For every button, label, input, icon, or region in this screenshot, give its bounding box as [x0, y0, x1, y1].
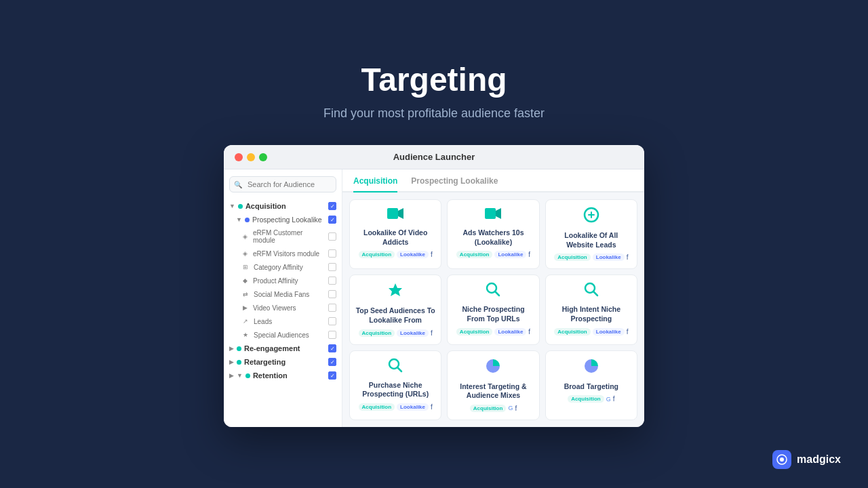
search-icon	[486, 282, 500, 301]
card-title: Niche Prospecting From Top URLs	[453, 305, 533, 323]
video-icon	[387, 207, 403, 224]
tag-lookalike: Lookalike	[494, 251, 526, 258]
card-title: Top Seed Audiences To Lookalike From	[355, 306, 435, 325]
sidebar-item-prospecting-lookalike[interactable]: ▼ Prospecting Lookalike ✓	[224, 213, 342, 226]
card-lookalike-video[interactable]: Lookalike Of Video Addicts Acquisition L…	[349, 199, 441, 269]
sidebar-item-erfm-customer[interactable]: ◈ eRFM Customer module	[224, 226, 342, 247]
card-title: Interest Targeting & Audience Mixes	[453, 382, 533, 401]
sidebar-item-special-audiences[interactable]: ★ Special Audiences	[224, 328, 342, 342]
tag-acquisition: Acquisition	[554, 253, 591, 261]
tag-acquisition: Acquisition	[359, 329, 395, 337]
svg-rect-2	[485, 208, 496, 219]
checkbox[interactable]	[328, 331, 336, 339]
app-window: Audience Launcher 🔍 ▼ Acquisition ✓ ▼ Pr…	[224, 145, 644, 427]
dot-icon	[245, 218, 250, 222]
tag-acquisition: Acquisition	[470, 405, 507, 412]
card-tags: Acquisition Lookalike f	[359, 403, 433, 411]
madgicx-wordmark: madgicx	[797, 453, 841, 466]
checkbox[interactable]: ✓	[328, 344, 336, 352]
category-icon: ⊞	[243, 264, 248, 270]
sidebar-item-erfm-visitors[interactable]: ◈ eRFM Visitors module	[224, 247, 342, 260]
sidebar-item-leads[interactable]: ↗ Leads	[224, 314, 342, 328]
sidebar-label: Product Affinity	[250, 277, 326, 285]
sidebar-label: Re-engagement	[244, 344, 326, 352]
checkbox[interactable]	[328, 232, 336, 241]
video-icon: ▶	[243, 304, 248, 311]
close-button[interactable]	[235, 153, 243, 161]
tab-prospecting-lookalike[interactable]: Prospecting Lookalike	[411, 176, 498, 191]
tab-acquisition[interactable]: Acquisition	[353, 176, 397, 192]
card-lookalike-leads[interactable]: Lookalike Of All Website Leads Acquisiti…	[545, 199, 637, 269]
page-title: Targeting	[361, 61, 507, 98]
card-title: High Intent Niche Prospecting	[551, 305, 631, 323]
window-title: Audience Launcher	[393, 152, 475, 162]
sidebar-item-retention[interactable]: ▶ ▼ Retention ✓	[224, 369, 342, 382]
minimize-button[interactable]	[247, 153, 255, 161]
sidebar-label: eRFM Visitors module	[250, 250, 326, 258]
checkbox[interactable]	[328, 317, 336, 325]
card-tags: Acquisition Lookalike f	[456, 328, 530, 336]
dot-icon	[237, 346, 241, 351]
checkbox[interactable]	[328, 304, 336, 312]
dot-icon	[238, 204, 243, 209]
checkbox-prospecting[interactable]: ✓	[328, 216, 336, 224]
tag-acquisition: Acquisition	[456, 251, 493, 258]
card-purchase-niche[interactable]: Purchase Niche Prospecting (URLs) Acquis…	[349, 350, 441, 420]
svg-line-9	[593, 291, 597, 296]
sidebar-item-acquisition[interactable]: ▼ Acquisition ✓	[224, 199, 342, 213]
search-icon	[584, 282, 599, 301]
star-icon	[387, 282, 403, 302]
maximize-button[interactable]	[259, 153, 267, 161]
sidebar-item-retargeting[interactable]: ▶ Retargeting ✓	[224, 355, 342, 369]
card-title: Lookalike Of Video Addicts	[355, 228, 435, 247]
cards-grid: Lookalike Of Video Addicts Acquisition L…	[342, 192, 644, 427]
dot-icon	[237, 360, 241, 365]
search-input[interactable]	[229, 176, 336, 192]
checkbox[interactable]: ✓	[328, 358, 336, 366]
card-interest-targeting[interactable]: Interest Targeting & Audience Mixes Acqu…	[447, 350, 539, 420]
card-broad-targeting[interactable]: Broad Targeting Acquisition G f	[545, 350, 637, 420]
tag-acquisition: Acquisition	[456, 328, 493, 336]
sidebar-item-video-viewers[interactable]: ▶ Video Viewers	[224, 301, 342, 314]
checkbox[interactable]	[328, 263, 336, 271]
card-ads-watchers[interactable]: Ads Watchers 10s (Lookalike) Acquisition…	[447, 199, 539, 269]
card-top-seed[interactable]: Top Seed Audiences To Lookalike From Acq…	[349, 274, 441, 344]
sidebar: 🔍 ▼ Acquisition ✓ ▼ Prospecting Lookalik…	[224, 169, 342, 427]
product-icon: ◆	[243, 277, 248, 284]
chevron-right-icon: ▶	[229, 345, 234, 352]
leads-icon: ↗	[243, 318, 248, 325]
window-body: 🔍 ▼ Acquisition ✓ ▼ Prospecting Lookalik…	[224, 169, 644, 427]
svg-line-7	[495, 291, 499, 296]
sidebar-label: Video Viewers	[250, 304, 326, 312]
card-title: Purchase Niche Prospecting (URLs)	[355, 381, 435, 399]
sidebar-label: Retargeting	[244, 358, 326, 366]
sidebar-item-social-media-fans[interactable]: ⇄ Social Media Fans	[224, 287, 342, 301]
card-tags: Acquisition Lookalike f	[456, 251, 530, 258]
facebook-icon: f	[528, 328, 530, 336]
svg-rect-0	[387, 208, 398, 219]
card-high-intent[interactable]: High Intent Niche Prospecting Acquisitio…	[545, 274, 637, 344]
tabs-bar: Acquisition Prospecting Lookalike	[342, 169, 644, 192]
checkbox[interactable]	[328, 290, 336, 298]
main-content: Acquisition Prospecting Lookalike Lookal…	[342, 169, 644, 427]
checkbox[interactable]: ✓	[328, 371, 336, 380]
sidebar-label: eRFM Customer module	[250, 229, 326, 244]
checkbox[interactable]	[328, 249, 336, 258]
facebook-icon: f	[627, 253, 629, 261]
sidebar-item-category-affinity[interactable]: ⊞ Category Affinity	[224, 260, 342, 274]
card-niche-urls[interactable]: Niche Prospecting From Top URLs Acquisit…	[447, 274, 539, 344]
sidebar-item-product-affinity[interactable]: ◆ Product Affinity	[224, 274, 342, 287]
google-icon: G	[606, 396, 611, 403]
pie-chart-icon	[485, 358, 501, 378]
sidebar-label: Special Audiences	[251, 331, 326, 339]
sidebar-item-reengagement[interactable]: ▶ Re-engagement ✓	[224, 342, 342, 355]
search-box[interactable]: 🔍	[229, 176, 336, 192]
card-title: Ads Watchers 10s (Lookalike)	[453, 228, 533, 247]
checkbox[interactable]	[328, 277, 336, 285]
madgicx-logo: madgicx	[772, 450, 841, 469]
card-tags: Acquisition G f	[568, 395, 614, 403]
chevron-down-icon: ▼	[236, 216, 242, 223]
chevron-down-icon: ▼	[237, 372, 243, 379]
checkbox-acquisition[interactable]: ✓	[328, 202, 336, 210]
facebook-icon: f	[627, 328, 629, 336]
